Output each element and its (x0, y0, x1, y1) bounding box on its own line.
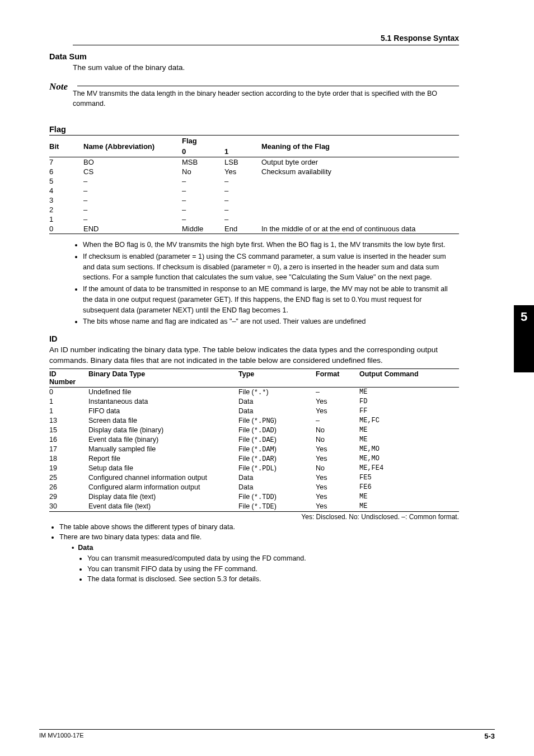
flag-table: Bit Name (Abbreviation) Flag Meaning of … (49, 135, 459, 234)
th-output: Output Command (359, 368, 459, 387)
th-idnum: ID Number (49, 368, 88, 387)
chapter-label: Responses (522, 333, 531, 372)
id-legend: Yes: Disclosed. No: Undisclosed. –: Comm… (49, 513, 459, 521)
th-flag: Flag (182, 136, 261, 147)
section-header: 5.1 Response Syntax (73, 34, 459, 45)
table-row: 5 – – – (49, 176, 459, 186)
data-sum-body: The sum value of the binary data. (73, 62, 459, 73)
list-item: The data format is disclosed. See sectio… (87, 574, 459, 585)
list-item: There are two binary data types: data an… (59, 532, 459, 585)
table-row: 4 – – – (49, 186, 459, 195)
doc-id: IM MV1000-17E (39, 732, 83, 740)
table-row: 25Configured channel information outputD… (49, 473, 459, 483)
table-row: 18Report fileFile (*.DAR)YesME,MO (49, 454, 459, 464)
list-item: • Data You can transmit measured/compute… (72, 543, 459, 585)
table-row: 7 BO MSB LSB Output byte order (49, 157, 459, 167)
table-row: 30Event data file (text)File (*.TDE)YesM… (49, 502, 459, 512)
id-bottom-notes: The table above shows the different type… (49, 522, 459, 585)
flag-notes: When the BO flag is 0, the MV transmits … (73, 240, 459, 327)
table-row: 13Screen data fileFile (*.PNG)–ME,FC (49, 416, 459, 426)
table-row: 0 END Middle End In the middle of or at … (49, 224, 459, 234)
table-row: 1Instantaneous dataDataYesFD (49, 397, 459, 407)
th-type: Type (238, 368, 316, 387)
th-meaning: Meaning of the Flag (261, 136, 459, 157)
heading-id: ID (49, 334, 459, 343)
id-intro: An ID number indicating the binary data … (49, 344, 459, 366)
note-title: Note (49, 81, 459, 92)
table-row: 15Display data file (binary)File (*.DAD)… (49, 426, 459, 435)
th-flag1: 1 (224, 146, 261, 157)
th-bit: Bit (49, 136, 83, 157)
table-row: 1FIFO dataDataYesFF (49, 407, 459, 416)
table-row: 0Undefined fileFile (*.*)–ME (49, 387, 459, 397)
table-row: 17Manually sampled fileFile (*.DAM)YesME… (49, 445, 459, 454)
list-item: If checksum is enabled (parameter = 1) u… (83, 251, 459, 283)
table-row: 26Configured alarm information outputDat… (49, 483, 459, 492)
heading-data-sum: Data Sum (49, 52, 459, 61)
table-row: 3 – – – (49, 195, 459, 205)
page-footer: IM MV1000-17E 5-3 (39, 729, 495, 740)
th-bdt: Binary Data Type (88, 368, 238, 387)
list-item: If the amount of data to be transmitted … (83, 284, 459, 315)
heading-flag: Flag (49, 125, 459, 134)
table-row: 29Display data file (text)File (*.TDD)Ye… (49, 492, 459, 502)
list-item: You can transmit FIFO data by using the … (87, 564, 459, 575)
list-item: The table above shows the different type… (59, 522, 459, 533)
table-row: 6 CS No Yes Checksum availability (49, 167, 459, 176)
list-item: When the BO flag is 0, the MV transmits … (83, 240, 459, 250)
th-name: Name (Abbreviation) (83, 136, 182, 157)
id-table: ID Number Binary Data Type Type Format O… (49, 368, 459, 512)
list-item: You can transmit measured/computed data … (87, 553, 459, 564)
th-format: Format (316, 368, 359, 387)
table-row: 2 – – – (49, 205, 459, 214)
list-item: The bits whose name and flag are indicat… (83, 316, 459, 327)
table-row: 1 – – – (49, 214, 459, 224)
table-row: 19Setup data fileFile (*.PDL)NoME,FE4 (49, 464, 459, 473)
table-row: 16Event data file (binary)File (*.DAE)No… (49, 435, 459, 445)
chapter-number: 5 (514, 310, 534, 324)
note-rule (77, 86, 459, 86)
th-flag0: 0 (182, 146, 224, 157)
page-number: 5-3 (484, 732, 495, 740)
